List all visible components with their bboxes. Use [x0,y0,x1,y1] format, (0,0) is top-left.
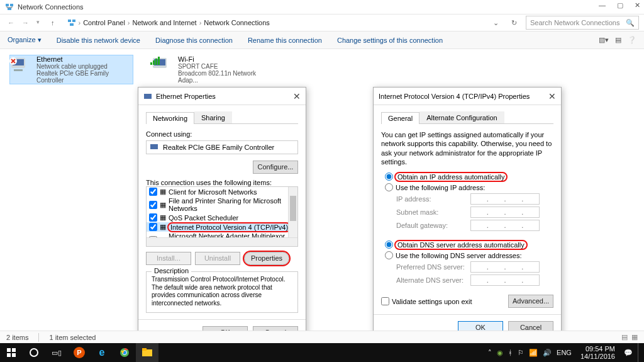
item-checkbox[interactable] [149,188,157,196]
description-legend: Description [152,267,191,274]
adapter-wifi[interactable]: Wi-Fi SPORT CAFE Broadcom 802.11n Networ… [152,55,274,84]
tray-show-hidden-button[interactable]: ˄ [488,349,492,357]
tray-bluetooth-icon[interactable]: ᚼ [508,349,513,356]
tray-nvidia-icon[interactable]: ◉ [497,349,503,357]
app-icon: P [74,347,85,358]
svg-rect-17 [150,144,158,149]
details-pane-button[interactable]: ▤ [615,36,621,44]
ie-icon: e [99,347,105,358]
svg-rect-4 [72,20,75,22]
task-view-icon: ▭▯ [52,349,62,357]
uninstall-button[interactable]: Uninstall [195,252,240,265]
ip-auto-radio[interactable] [385,173,393,181]
dns-auto-radio[interactable] [385,240,393,249]
disable-device-button[interactable]: Disable this network device [57,37,140,44]
nav-back-button[interactable]: ← [5,19,17,26]
tab-general[interactable]: General [381,112,419,124]
tab-strip: General Alternate Configuration [381,111,553,124]
list-item[interactable]: ▦Client for Microsoft Networks [147,187,297,196]
task-view-button[interactable]: ▭▯ [45,343,68,362]
item-checkbox[interactable] [149,213,157,222]
ip-manual-radio[interactable] [385,183,393,191]
dialog-close-button[interactable]: ✕ [293,91,301,101]
adapter-ethernet[interactable]: Ethernet Network cable unplugged Realtek… [10,55,133,84]
ip-address-input: ... [470,193,540,205]
taskbar-clock[interactable]: 09:54 PM 14/11/2016 [577,345,619,360]
change-settings-button[interactable]: Change settings of this connection [337,37,443,44]
show-desktop-button[interactable] [638,343,641,362]
tab-networking[interactable]: Networking [146,112,194,124]
search-input[interactable]: Search Network Connections 🔍 [526,16,639,30]
tray-language-button[interactable]: ENG [557,349,572,356]
breadcrumb[interactable]: › Control Panel › Network and Internet ›… [64,16,485,30]
cortana-search-button[interactable] [23,343,45,362]
nav-up-button[interactable]: ↑ [47,19,58,26]
adapter-device: Realtek PCIe GBE Family Controller [36,70,133,84]
network-adapter-icon [143,92,152,101]
breadcrumb-item[interactable]: Control Panel [83,19,125,26]
tab-alternate-configuration[interactable]: Alternate Configuration [419,111,504,123]
item-label: QoS Packet Scheduler [169,214,238,222]
list-item[interactable]: ▦QoS Packet Scheduler [147,213,297,222]
tray-wifi-icon[interactable]: 📶 [529,349,538,357]
tray-defender-icon[interactable]: ⚐ [518,349,524,357]
taskbar-app-ie[interactable]: e [91,343,113,362]
vertical-scrollbar[interactable] [288,187,297,237]
taskbar-app-potplayer[interactable]: P [68,343,91,362]
scroll-thumb[interactable] [290,196,296,221]
large-icons-view-button[interactable]: ▦ [631,333,638,341]
tab-sharing[interactable]: Sharing [194,111,232,123]
subnet-mask-label: Subnet mask: [396,208,465,216]
properties-button[interactable]: Properties [244,252,289,265]
refresh-button[interactable]: ↻ [508,19,521,27]
maximize-button[interactable]: ▢ [617,1,623,9]
connection-items-label: This connection uses the following items… [146,179,298,186]
network-connections-icon [67,18,76,27]
view-dropdown-button[interactable]: ▧▾ [599,36,609,44]
ipv4-properties-dialog: Internet Protocol Version 4 (TCP/IPv4) P… [373,87,562,341]
install-button[interactable]: Install... [146,252,191,265]
list-item-ipv4[interactable]: ▦Internet Protocol Version 4 (TCP/IPv4) [147,222,297,232]
dialog-title: Ethernet Properties [156,93,216,100]
validate-settings-checkbox[interactable]: Validate settings upon exit [381,297,472,305]
circle-icon [30,348,38,357]
chevron-right-icon: › [125,19,133,26]
dialog-close-button[interactable]: ✕ [548,91,556,101]
nav-recent-button[interactable]: ▾ [34,19,42,26]
taskbar-app-chrome[interactable] [113,343,136,362]
breadcrumb-item[interactable]: Network Connections [204,19,270,26]
dns-manual-radio[interactable] [385,251,393,259]
address-dropdown-button[interactable]: ⌄ [489,19,502,27]
address-bar: ← → ▾ ↑ › Control Panel › Network and In… [0,14,644,31]
dialog-title: Internet Protocol Version 4 (TCP/IPv4) P… [379,93,530,100]
svg-rect-3 [68,20,71,22]
list-item[interactable]: ▦File and Printer Sharing for Microsoft … [147,196,297,213]
organize-button[interactable]: Organize ▾ [8,36,42,44]
advanced-button[interactable]: Advanced... [508,295,553,308]
nav-forward-button[interactable]: → [19,19,31,26]
item-checkbox[interactable] [149,223,157,231]
configure-button[interactable]: Configure... [253,161,298,174]
subnet-mask-input: ... [470,206,540,218]
horizontal-scrollbar[interactable] [147,237,297,246]
svg-rect-19 [12,348,16,352]
help-button[interactable]: ❔ [628,36,636,44]
action-center-button[interactable]: 💬 [624,349,633,357]
signal-bars-icon [150,57,170,77]
adapter-status: Network cable unplugged [36,63,133,70]
breadcrumb-item[interactable]: Network and Internet [133,19,197,26]
close-button[interactable]: ✕ [635,1,640,9]
diagnose-button[interactable]: Diagnose this connection [155,37,233,44]
ip-auto-label: Obtain an IP address automatically [396,173,506,181]
svg-rect-13 [153,60,155,65]
details-view-button[interactable]: ▤ [621,333,628,341]
validate-settings-check[interactable] [381,297,389,305]
minimize-button[interactable]: — [599,1,606,9]
network-adapter-icon [150,144,159,151]
rename-button[interactable]: Rename this connection [248,37,322,44]
tray-volume-icon[interactable]: 🔊 [543,349,552,357]
start-button[interactable] [0,343,23,362]
connection-items-list[interactable]: ▦Client for Microsoft Networks ▦File and… [146,186,298,247]
taskbar-app-explorer[interactable] [136,343,158,362]
item-checkbox[interactable] [149,201,157,209]
